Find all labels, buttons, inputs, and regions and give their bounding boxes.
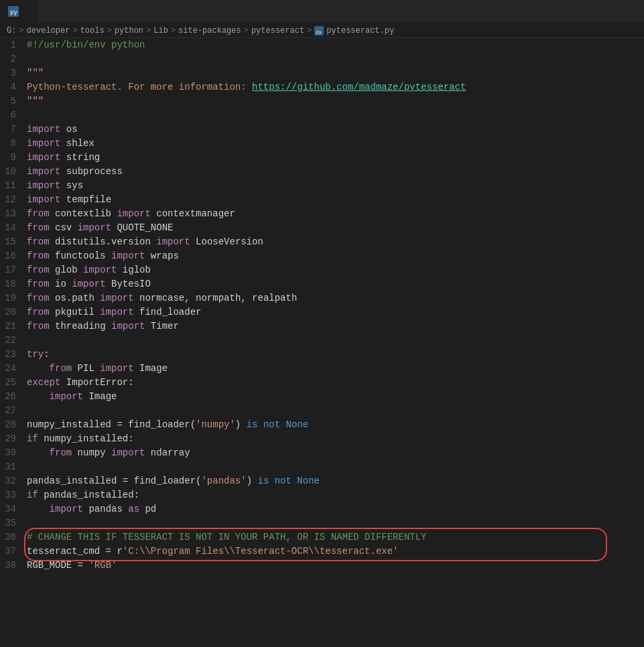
line-number-1: 1: [0, 38, 27, 52]
code-line-29: if numpy_installed:: [27, 432, 644, 446]
line-number-31: 31: [0, 460, 27, 474]
breadcrumb-developer: developer: [27, 26, 70, 35]
line-number-22: 22: [0, 334, 27, 348]
line-number-18: 18: [0, 277, 27, 291]
line-number-28: 28: [0, 418, 27, 432]
code-line-19: from os.path import normcase, normpath, …: [27, 291, 644, 305]
line-number-13: 13: [0, 207, 27, 221]
code-line-3: """: [27, 66, 644, 80]
line-number-7: 7: [0, 123, 27, 137]
line-number-10: 10: [0, 165, 27, 179]
line-number-8: 8: [0, 137, 27, 151]
line-number-29: 29: [0, 432, 27, 446]
editor-area: 1234567891011121314151617181920212223242…: [0, 38, 644, 647]
breadcrumb-filename: pytesseract.py: [326, 26, 394, 35]
code-line-15: from distutils.version import LooseVersi…: [27, 235, 644, 249]
code-line-37: tesseract_cmd = r'C:\\Program Files\\Tes…: [27, 545, 644, 559]
code-line-8: import shlex: [27, 137, 644, 151]
code-line-17: from glob import iglob: [27, 263, 644, 277]
line-number-17: 17: [0, 263, 27, 277]
code-line-26: import Image: [27, 390, 644, 404]
line-number-19: 19: [0, 291, 27, 305]
code-line-21: from threading import Timer: [27, 319, 644, 334]
code-line-32: pandas_installed = find_loader('pandas')…: [27, 474, 644, 488]
svg-text:py: py: [316, 29, 322, 34]
breadcrumb-drive: G:: [7, 26, 16, 35]
code-line-35: [27, 516, 644, 530]
python-file-icon: py: [8, 6, 19, 17]
line-number-26: 26: [0, 390, 27, 404]
line-number-16: 16: [0, 249, 27, 263]
breadcrumb: G: > developer > tools > python > Lib > …: [0, 23, 644, 38]
line-number-25: 25: [0, 376, 27, 390]
line-numbers: 1234567891011121314151617181920212223242…: [0, 38, 27, 647]
tab-pytesseract[interactable]: py: [0, 0, 38, 23]
code-line-33: if pandas_installed:: [27, 488, 644, 502]
code-line-28: numpy_installed = find_loader('numpy') i…: [27, 418, 644, 432]
code-line-5: """: [27, 94, 644, 109]
code-line-16: from functools import wraps: [27, 249, 644, 263]
line-number-20: 20: [0, 305, 27, 319]
line-number-33: 33: [0, 488, 27, 502]
code-line-34: import pandas as pd: [27, 502, 644, 516]
line-number-23: 23: [0, 348, 27, 362]
line-number-30: 30: [0, 446, 27, 460]
code-line-4: Python-tesseract. For more information: …: [27, 80, 644, 94]
tab-bar: py: [0, 0, 644, 23]
code-line-13: from contextlib import contextmanager: [27, 207, 644, 221]
code-line-25: except ImportError:: [27, 376, 644, 390]
line-number-2: 2: [0, 52, 27, 66]
code-content[interactable]: #!/usr/bin/env python """Python-tesserac…: [27, 38, 644, 647]
code-line-31: [27, 460, 644, 474]
line-number-36: 36: [0, 530, 27, 545]
code-line-12: import tempfile: [27, 193, 644, 207]
breadcrumb-site-packages: site-packages: [178, 26, 241, 35]
line-number-35: 35: [0, 516, 27, 530]
code-line-36: # CHANGE THIS IF TESSERACT IS NOT IN YOU…: [27, 530, 644, 545]
line-number-37: 37: [0, 545, 27, 559]
line-number-14: 14: [0, 221, 27, 235]
line-number-34: 34: [0, 502, 27, 516]
breadcrumb-lib: Lib: [153, 26, 168, 35]
code-line-23: try:: [27, 348, 644, 362]
code-line-27: [27, 404, 644, 418]
line-number-4: 4: [0, 80, 27, 94]
code-line-24: from PIL import Image: [27, 362, 644, 376]
code-line-9: import string: [27, 151, 644, 165]
breadcrumb-pytesseract: pytesseract: [251, 26, 304, 35]
code-line-38: RGB_MODE = 'RGB': [27, 559, 644, 573]
line-number-5: 5: [0, 94, 27, 109]
code-line-14: from csv import QUOTE_NONE: [27, 221, 644, 235]
code-line-6: [27, 109, 644, 123]
line-number-38: 38: [0, 559, 27, 573]
code-line-18: from io import BytesIO: [27, 277, 644, 291]
line-number-15: 15: [0, 235, 27, 249]
line-number-3: 3: [0, 66, 27, 80]
line-number-11: 11: [0, 179, 27, 193]
line-number-6: 6: [0, 109, 27, 123]
line-number-9: 9: [0, 151, 27, 165]
line-number-32: 32: [0, 474, 27, 488]
breadcrumb-python: python: [115, 26, 143, 35]
line-number-12: 12: [0, 193, 27, 207]
breadcrumb-file-icon: py: [314, 26, 324, 35]
code-line-11: import sys: [27, 179, 644, 193]
code-line-20: from pkgutil import find_loader: [27, 305, 644, 319]
code-line-7: import os: [27, 123, 644, 137]
code-line-2: [27, 52, 644, 66]
code-line-1: #!/usr/bin/env python: [27, 38, 644, 52]
code-line-30: from numpy import ndarray: [27, 446, 644, 460]
line-number-24: 24: [0, 362, 27, 376]
line-number-27: 27: [0, 404, 27, 418]
line-number-21: 21: [0, 319, 27, 334]
code-line-22: [27, 334, 644, 348]
breadcrumb-tools: tools: [80, 26, 105, 35]
svg-text:py: py: [10, 9, 17, 15]
code-line-10: import subprocess: [27, 165, 644, 179]
